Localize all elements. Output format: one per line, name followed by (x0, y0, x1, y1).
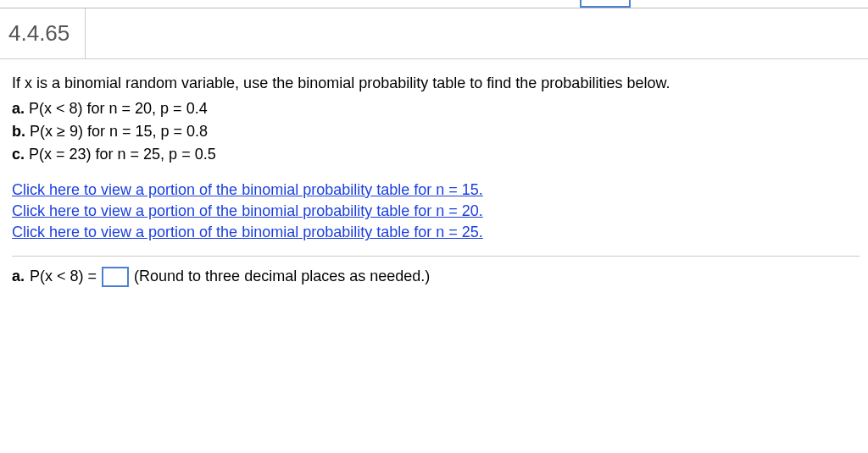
table-links: Click here to view a portion of the bino… (12, 180, 860, 244)
part-b: b. P(x ≥ 9) for n = 15, p = 0.8 (12, 120, 860, 143)
section-divider (12, 256, 860, 257)
problem-number: 4.4.65 (0, 8, 86, 58)
answer-part-label: a. (12, 268, 25, 285)
part-c: c. P(x = 23) for n = 25, p = 0.5 (12, 143, 860, 166)
part-text: P(x = 23) for n = 25, p = 0.5 (29, 146, 216, 163)
link-table-n25[interactable]: Click here to view a portion of the bino… (12, 222, 860, 243)
answer-hint: (Round to three decimal places as needed… (134, 268, 430, 285)
part-text: P(x < 8) for n = 20, p = 0.4 (29, 100, 208, 117)
accent-box-icon (580, 0, 631, 8)
content-area: If x is a binomial random variable, use … (0, 59, 868, 296)
part-label: c. (12, 146, 25, 163)
question-parts: a. P(x < 8) for n = 20, p = 0.4 b. P(x ≥… (12, 97, 860, 166)
answer-expression: P(x < 8) = (30, 268, 97, 285)
part-label: b. (12, 123, 25, 140)
top-border (0, 0, 868, 8)
part-label: a. (12, 100, 25, 117)
answer-input[interactable] (102, 267, 129, 287)
link-table-n15[interactable]: Click here to view a portion of the bino… (12, 180, 860, 201)
part-text: P(x ≥ 9) for n = 15, p = 0.8 (30, 123, 208, 140)
link-table-n20[interactable]: Click here to view a portion of the bino… (12, 201, 860, 222)
answer-row: a. P(x < 8) = (Round to three decimal pl… (12, 267, 860, 287)
question-intro: If x is a binomial random variable, use … (12, 75, 860, 92)
header-row: 4.4.65 (0, 8, 868, 59)
part-a: a. P(x < 8) for n = 20, p = 0.4 (12, 97, 860, 120)
